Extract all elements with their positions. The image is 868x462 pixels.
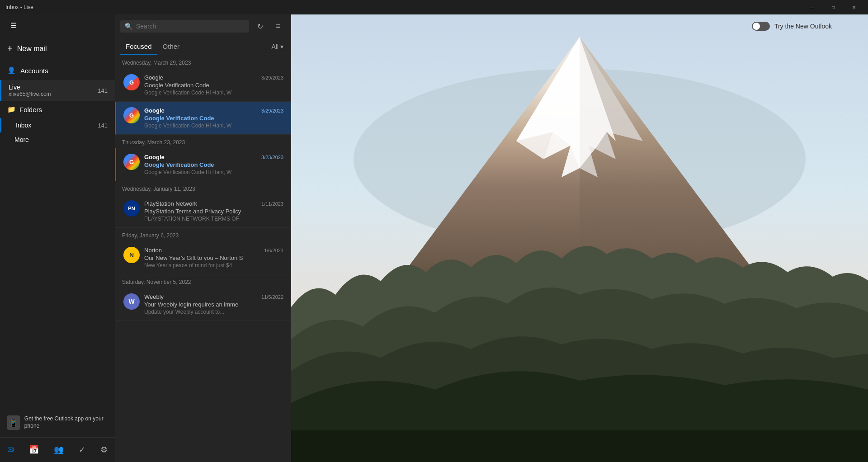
search-box[interactable]: 🔍: [120, 20, 249, 33]
folders-icon: 📁: [7, 105, 16, 113]
email-item-e1[interactable]: G Google 3/29/2023 Google Verification C…: [115, 69, 291, 102]
phone-icon: 📱: [7, 415, 20, 430]
mountain-background: [291, 14, 868, 462]
email-date-e1: 3/29/2023: [261, 75, 283, 80]
accounts-label: Accounts: [20, 67, 48, 75]
nav-people-button[interactable]: 👥: [48, 441, 69, 458]
email-date-e5: 1/6/2023: [264, 248, 283, 253]
svg-text:G: G: [129, 159, 134, 165]
nav-calendar-button[interactable]: 📅: [24, 441, 44, 458]
email-subject-e1: Google Verification Code: [144, 82, 283, 89]
email-item-e6[interactable]: W Weebly 11/5/2022 Your Weebly login req…: [115, 288, 291, 321]
try-outlook-toggle[interactable]: [752, 22, 770, 31]
new-mail-button[interactable]: + New mail: [0, 36, 115, 61]
avatar-e6: W: [123, 293, 140, 310]
sidebar-header: ☰: [0, 14, 115, 36]
email-sender-e4: PlayStation Network: [144, 200, 258, 207]
email-preview-e2: Google Verification Code Hi Hani, W: [144, 123, 283, 129]
email-item-e2[interactable]: G Google 3/29/2023 Google Verification C…: [115, 102, 291, 135]
sidebar-more-button[interactable]: More: [0, 132, 115, 147]
search-input[interactable]: [136, 23, 245, 30]
email-preview-e4: PLAYSTATION NETWORK TERMS OF: [144, 216, 283, 222]
email-subject-e2: Google Verification Code: [144, 115, 283, 122]
settings-icon: ⚙: [100, 445, 108, 455]
email-item-e3[interactable]: G Google 3/23/2023 Google Verification C…: [115, 148, 291, 181]
email-preview-e1: Google Verification Code Hi Hani, W: [144, 90, 283, 96]
sidebar-item-inbox[interactable]: Inbox 141: [0, 118, 115, 132]
inbox-label: Inbox: [16, 122, 98, 129]
email-item-e5[interactable]: N Norton 1/6/2023 Our New Year's Gift to…: [115, 241, 291, 274]
email-list-toolbar: 🔍 ↻ ≡: [115, 14, 291, 38]
refresh-button[interactable]: ↻: [253, 19, 267, 33]
email-item-e4[interactable]: PN PlayStation Network 1/11/2023 PlaySta…: [115, 195, 291, 228]
refresh-icon: ↻: [257, 22, 263, 31]
folders-label: Folders: [19, 106, 42, 113]
app-body: ☰ + New mail 👤 Accounts Live xlive65@liv…: [0, 14, 868, 462]
avatar-e3: G: [123, 154, 140, 170]
nav-mail-button[interactable]: ✉: [2, 441, 19, 458]
tabs-bar: Focused Other All ▾: [115, 38, 291, 55]
google-logo-e3: G: [123, 154, 140, 170]
account-name: Live: [9, 84, 98, 91]
try-outlook-container: Try the New Outlook: [752, 22, 832, 31]
maximize-button[interactable]: □: [823, 0, 844, 14]
minimize-button[interactable]: —: [802, 0, 823, 14]
email-date-e2: 3/29/2023: [261, 108, 283, 113]
google-logo-e2: G: [123, 107, 140, 123]
toggle-knob: [753, 23, 760, 30]
date-separator-1: Wednesday, March 29, 2023: [115, 55, 291, 69]
try-outlook-label: Try the New Outlook: [774, 23, 832, 30]
more-label: More: [14, 136, 29, 143]
avatar-e4: PN: [123, 200, 140, 217]
email-content-e1: Google 3/29/2023 Google Verification Cod…: [144, 74, 283, 96]
filter-button[interactable]: ≡: [271, 19, 285, 33]
nav-settings-button[interactable]: ⚙: [95, 441, 113, 458]
sidebar-nav-bottom: ✉ 📅 👥 ✓ ⚙: [0, 437, 115, 462]
folders-header[interactable]: 📁 Folders: [0, 101, 115, 118]
email-subject-e6: Your Weebly login requires an imme: [144, 301, 283, 308]
new-mail-label: New mail: [17, 45, 47, 53]
window-controls: — □ ✕: [802, 0, 864, 14]
mountain-illustration: [291, 14, 868, 462]
svg-text:G: G: [129, 79, 134, 86]
nav-todo-button[interactable]: ✓: [73, 441, 91, 458]
google-logo-e1: G: [123, 74, 140, 90]
phone-app-label: Get the free Outlook app on your phone: [24, 415, 108, 429]
svg-text:G: G: [129, 112, 134, 119]
account-item-live[interactable]: Live xlive65@live.com 141: [0, 80, 115, 101]
account-badge: 141: [98, 87, 108, 94]
content-pane: Try the New Outlook: [291, 14, 868, 462]
avatar-e5: N: [123, 247, 140, 263]
email-list-scroll[interactable]: Wednesday, March 29, 2023 G Google 3/29/…: [115, 55, 291, 462]
date-separator-5: Saturday, November 5, 2022: [115, 274, 291, 288]
tab-all-filter[interactable]: All ▾: [269, 39, 285, 54]
people-icon: 👥: [54, 445, 64, 455]
accounts-button[interactable]: 👤 Accounts: [0, 61, 115, 80]
account-email: xlive65@live.com: [9, 91, 98, 97]
close-button[interactable]: ✕: [844, 0, 864, 14]
search-icon: 🔍: [125, 23, 132, 30]
email-date-e4: 1/11/2023: [261, 201, 283, 207]
email-preview-e3: Google Verification Code Hi Hani, W: [144, 169, 283, 175]
email-list-panel: 🔍 ↻ ≡ Focused Other All ▾: [115, 14, 291, 462]
email-content-e4: PlayStation Network 1/11/2023 PlayStatio…: [144, 200, 283, 222]
mail-icon: ✉: [7, 445, 14, 455]
date-separator-2: Thursday, March 23, 2023: [115, 135, 291, 148]
date-separator-3: Wednesday, January 11, 2023: [115, 181, 291, 195]
email-sender-e6: Weebly: [144, 293, 258, 300]
email-preview-e5: New Year's peace of mind for just $4.: [144, 262, 283, 269]
tab-other[interactable]: Other: [157, 38, 185, 55]
all-label: All: [271, 43, 278, 50]
chevron-down-icon: ▾: [280, 43, 283, 50]
email-sender-e5: Norton: [144, 247, 260, 254]
tab-focused[interactable]: Focused: [120, 38, 157, 55]
date-separator-4: Friday, January 6, 2023: [115, 228, 291, 241]
inbox-badge: 141: [98, 122, 108, 129]
email-content-e5: Norton 1/6/2023 Our New Year's Gift to y…: [144, 247, 283, 269]
hamburger-button[interactable]: ☰: [5, 17, 22, 33]
phone-app-promo[interactable]: 📱 Get the free Outlook app on your phone: [0, 408, 115, 437]
email-content-e6: Weebly 11/5/2022 Your Weebly login requi…: [144, 293, 283, 315]
account-item-text: Live xlive65@live.com: [9, 84, 98, 97]
titlebar: Inbox - Live — □ ✕: [0, 0, 868, 14]
email-subject-e4: PlayStation Terms and Privacy Policy: [144, 208, 283, 215]
